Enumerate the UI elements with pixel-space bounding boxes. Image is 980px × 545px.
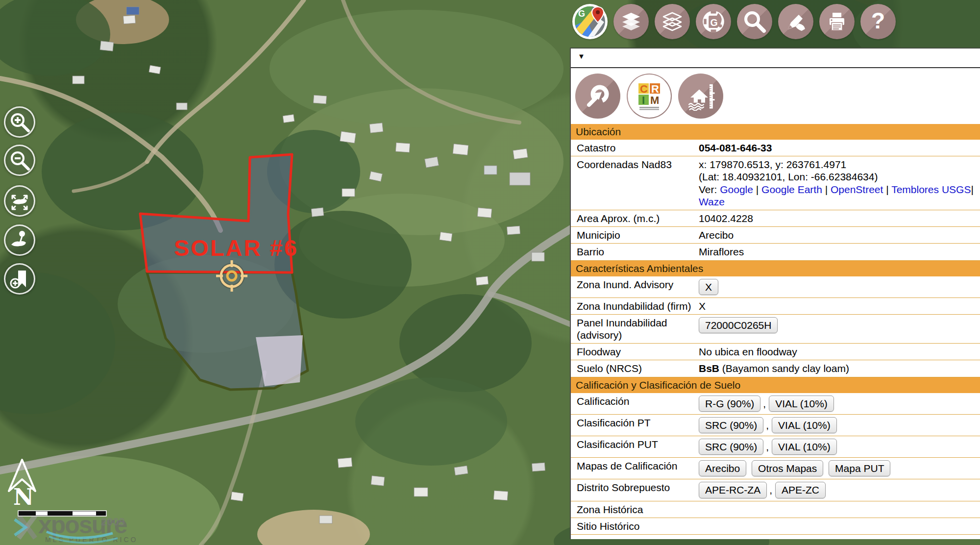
catastro-value: 054-081-646-33: [699, 142, 980, 154]
link-temblores-usgs[interactable]: Temblores USGS: [891, 184, 971, 195]
crim-button[interactable]: C R I M: [627, 74, 672, 119]
link-openstreet[interactable]: OpenStreet: [831, 184, 883, 195]
suelo-label: Suelo (NRCS): [577, 362, 699, 374]
zona-historica-label: Zona Histórica: [577, 503, 699, 516]
comma: ,: [766, 441, 769, 452]
floodway-value: No ubica en floodway: [699, 346, 980, 358]
locate-button[interactable]: [4, 224, 35, 256]
section-header-ambientales: Características Ambientales: [571, 261, 980, 276]
google-maps-icon: G: [572, 4, 608, 39]
area-value: 10402.4228: [699, 212, 980, 224]
clasificacion-put-src-button[interactable]: SRC (90%): [699, 439, 763, 455]
calificacion-vial-button[interactable]: VIAL (10%): [769, 396, 834, 412]
pipe-separator: |: [756, 184, 759, 195]
coordenadas-value: x: 179870.6513, y: 263761.4971 (Lat: 18.…: [699, 158, 980, 208]
clasificacion-put-vial-button[interactable]: VIAL (10%): [772, 439, 837, 455]
distrito-ape-rc-za-button[interactable]: APE-RC-ZA: [699, 482, 767, 498]
calificacion-rg-button[interactable]: R-G (90%): [699, 396, 760, 412]
zona-inund-firm-value: X: [699, 300, 980, 312]
calificacion-label: Calificación: [577, 395, 699, 407]
barrio-value: Miraflores: [699, 246, 980, 258]
draw-annotate-icon: [784, 10, 808, 33]
ver-prefix: Ver:: [699, 184, 717, 195]
layers-outline-icon: [661, 10, 684, 33]
suelo-code: BsB: [699, 363, 719, 374]
municipio-label: Municipio: [577, 229, 699, 241]
pipe-separator: |: [825, 184, 828, 195]
row-catastro: Catastro 054-081-646-33: [571, 140, 980, 156]
svg-text:N: N: [13, 484, 34, 510]
layers-filled-icon: [620, 10, 642, 33]
coordenadas-latlon: (Lat: 18.40932101, Lon: -66.62384634): [699, 171, 977, 183]
svg-text:R: R: [651, 83, 659, 95]
share-arrow-button[interactable]: [575, 74, 620, 119]
print-button[interactable]: [819, 4, 855, 39]
section-header-ubicacion: Ubicación: [571, 124, 980, 140]
link-google-earth[interactable]: Google Earth: [761, 184, 822, 195]
help-icon: ?: [871, 9, 885, 32]
row-clasificacion-pt: Clasificación PT SRC (90%),VIAL (10%): [571, 415, 980, 436]
crim-logo-icon: C R I M: [627, 74, 672, 119]
svg-text:C: C: [640, 83, 648, 95]
distrito-ape-zc-button[interactable]: APE-ZC: [775, 482, 826, 498]
floodway-label: Floodway: [577, 346, 699, 358]
flood-gauge-button[interactable]: [678, 74, 723, 119]
zoom-out-button[interactable]: [4, 145, 35, 176]
map-toolbar: G G: [572, 4, 896, 39]
catastro-label: Catastro: [577, 142, 699, 154]
full-extent-button[interactable]: [4, 185, 35, 217]
row-sitio-historico: Sitio Histórico: [571, 518, 980, 535]
help-button[interactable]: ?: [860, 4, 896, 39]
full-extent-icon: [8, 190, 31, 212]
municipio-value: Arecibo: [699, 229, 980, 241]
suelo-desc: (Bayamon sandy clay loam): [719, 363, 849, 374]
distrito-label: Distrito Sobrepuesto: [577, 481, 699, 494]
clasificacion-pt-vial-button[interactable]: VIAL (10%): [772, 417, 837, 433]
svg-text:G: G: [710, 17, 717, 28]
comma: ,: [766, 420, 769, 431]
clasificacion-put-label: Clasificación PUT: [577, 438, 699, 450]
pipe-separator: |: [886, 184, 888, 195]
row-area: Area Aprox. (m.c.) 10402.4228: [571, 210, 980, 227]
coordenadas-label: Coordenadas Nad83: [577, 158, 699, 171]
clasificacion-pt-src-button[interactable]: SRC (90%): [699, 417, 763, 433]
row-panel-inund: Panel Inundabilidad (advisory) 72000C026…: [571, 315, 980, 344]
coordenadas-xy: x: 179870.6513, y: 263761.4971: [699, 158, 977, 171]
flood-gauge-icon: [686, 81, 715, 111]
row-mapas: Mapas de Calificación Arecibo Otros Mapa…: [571, 458, 980, 479]
suelo-value: BsB (Bayamon sandy clay loam): [699, 362, 980, 374]
quick-links: C R I M: [571, 68, 980, 124]
zoom-in-button[interactable]: [4, 106, 35, 138]
layers-alt-button[interactable]: [655, 4, 690, 39]
row-municipio: Municipio Arecibo: [571, 227, 980, 244]
zona-inund-advisory-button[interactable]: X: [699, 279, 718, 295]
panel-inund-button[interactable]: 72000C0265H: [699, 317, 778, 333]
share-arrow-icon: [584, 82, 612, 110]
collapse-arrow-icon[interactable]: ▼: [578, 52, 585, 60]
link-google[interactable]: Google: [720, 184, 753, 195]
row-coordenadas: Coordenadas Nad83 x: 179870.6513, y: 263…: [571, 156, 980, 210]
row-zona-inund-firm: Zona Inundabilidad (firm) X: [571, 298, 980, 315]
locate-pin-icon: [8, 229, 31, 251]
bookmark-add-icon: [8, 268, 31, 290]
print-icon: [825, 10, 849, 33]
row-distrito: Distrito Sobrepuesto APE-RC-ZA,APE-ZC: [571, 479, 980, 501]
search-button[interactable]: [737, 4, 772, 39]
mapas-otros-button[interactable]: Otros Mapas: [752, 460, 823, 476]
barrio-label: Barrio: [577, 246, 699, 258]
google-maps-button[interactable]: G: [572, 4, 608, 39]
bookmark-add-button[interactable]: [4, 263, 35, 295]
link-waze[interactable]: Waze: [699, 196, 725, 207]
section-header-calificacion: Calificación y Clasificación de Suelo: [571, 377, 980, 393]
mapas-label: Mapas de Calificación: [577, 460, 699, 472]
layers-button[interactable]: [613, 4, 649, 39]
mapas-put-button[interactable]: Mapa PUT: [829, 460, 890, 476]
mapas-arecibo-button[interactable]: Arecibo: [699, 460, 746, 476]
area-label: Area Aprox. (m.c.): [577, 212, 699, 224]
row-floodway: Floodway No ubica en floodway: [571, 344, 980, 360]
gazetteer-button[interactable]: G: [696, 4, 731, 39]
row-calificacion: Calificación R-G (90%),VIAL (10%): [571, 393, 980, 415]
gazetteer-globe-icon: G: [702, 10, 725, 33]
comma: ,: [763, 398, 766, 409]
draw-button[interactable]: [778, 4, 813, 39]
